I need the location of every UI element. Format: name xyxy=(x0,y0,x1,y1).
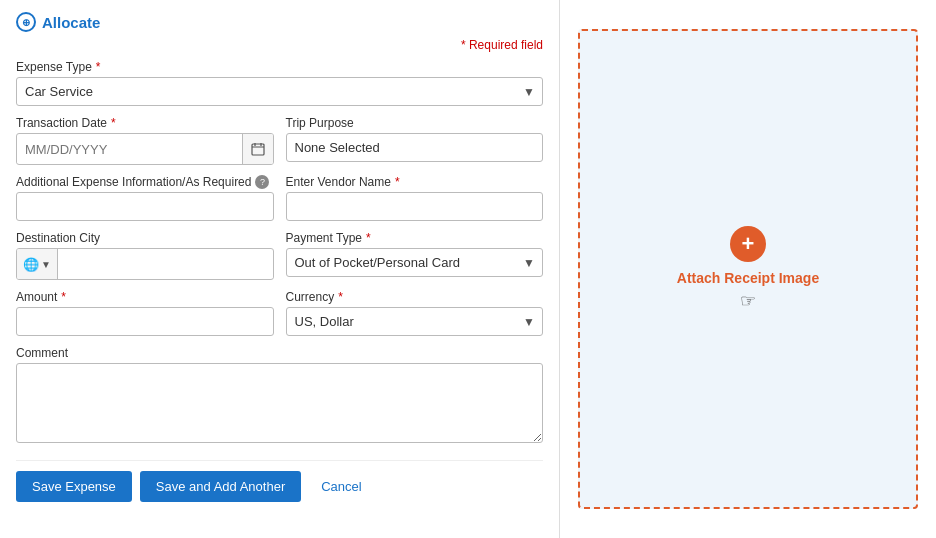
vendor-name-required: * xyxy=(395,175,400,189)
payment-type-group: Payment Type * Out of Pocket/Personal Ca… xyxy=(286,231,544,280)
footer-buttons: Save Expense Save and Add Another Cancel xyxy=(16,460,543,502)
amount-input[interactable] xyxy=(16,307,274,336)
expense-type-select-wrapper: Car Service Airfare Hotel Meal Other ▼ xyxy=(16,77,543,106)
additional-expense-help-icon[interactable]: ? xyxy=(255,175,269,189)
expense-type-group: Expense Type * Car Service Airfare Hotel… xyxy=(16,60,543,106)
destination-chevron-icon: ▼ xyxy=(41,259,51,270)
currency-label: Currency * xyxy=(286,290,544,304)
globe-icon: 🌐 xyxy=(23,257,39,272)
amount-currency-row: Amount * Currency * US, Dollar Euro GBP … xyxy=(16,290,543,346)
save-add-another-button[interactable]: Save and Add Another xyxy=(140,471,301,502)
destination-city-group: Destination City 🌐 ▼ xyxy=(16,231,274,280)
additional-expense-input[interactable] xyxy=(16,192,274,221)
additional-vendor-row: Additional Expense Information/As Requir… xyxy=(16,175,543,231)
transaction-date-input[interactable] xyxy=(17,136,242,163)
additional-expense-label: Additional Expense Information/As Requir… xyxy=(16,175,274,189)
svg-rect-0 xyxy=(252,144,264,155)
expense-type-select[interactable]: Car Service Airfare Hotel Meal Other xyxy=(16,77,543,106)
vendor-name-input[interactable] xyxy=(286,192,544,221)
comment-group: Comment xyxy=(16,346,543,446)
date-purpose-row: Transaction Date * xyxy=(16,116,543,175)
date-input-wrap xyxy=(16,133,274,165)
trip-purpose-label: Trip Purpose xyxy=(286,116,544,130)
destination-globe-btn[interactable]: 🌐 ▼ xyxy=(17,249,58,279)
payment-type-select-wrapper: Out of Pocket/Personal Card Corporate Ca… xyxy=(286,248,544,277)
payment-type-label: Payment Type * xyxy=(286,231,544,245)
destination-city-label: Destination City xyxy=(16,231,274,245)
left-panel: ⊕ Allocate * Required field Expense Type… xyxy=(0,0,560,538)
allocate-title: Allocate xyxy=(42,14,100,31)
comment-label: Comment xyxy=(16,346,543,360)
cancel-button[interactable]: Cancel xyxy=(309,471,373,502)
save-expense-button[interactable]: Save Expense xyxy=(16,471,132,502)
expense-type-required: * xyxy=(96,60,101,74)
attach-receipt-label: Attach Receipt Image xyxy=(677,270,819,286)
comment-textarea[interactable] xyxy=(16,363,543,443)
payment-type-required: * xyxy=(366,231,371,245)
attach-receipt-box[interactable]: + Attach Receipt Image ☞ xyxy=(578,29,918,509)
currency-select-wrapper: US, Dollar Euro GBP CAD ▼ xyxy=(286,307,544,336)
transaction-date-group: Transaction Date * xyxy=(16,116,274,165)
required-note-text: * Required field xyxy=(461,38,543,52)
expense-type-label: Expense Type * xyxy=(16,60,543,74)
right-panel: + Attach Receipt Image ☞ xyxy=(560,0,936,538)
transaction-date-label: Transaction Date * xyxy=(16,116,274,130)
cursor-icon: ☞ xyxy=(740,290,756,312)
payment-type-select[interactable]: Out of Pocket/Personal Card Corporate Ca… xyxy=(286,248,544,277)
attach-receipt-plus-icon: + xyxy=(730,226,766,262)
currency-select[interactable]: US, Dollar Euro GBP CAD xyxy=(286,307,544,336)
main-container: ⊕ Allocate * Required field Expense Type… xyxy=(0,0,936,538)
allocate-header: ⊕ Allocate xyxy=(16,12,543,32)
additional-expense-group: Additional Expense Information/As Requir… xyxy=(16,175,274,221)
trip-purpose-input[interactable] xyxy=(286,133,544,162)
required-note: * Required field xyxy=(16,38,543,52)
vendor-name-label: Enter Vendor Name * xyxy=(286,175,544,189)
vendor-name-group: Enter Vendor Name * xyxy=(286,175,544,221)
calendar-icon[interactable] xyxy=(242,134,273,164)
destination-city-input[interactable] xyxy=(58,251,273,278)
trip-purpose-group: Trip Purpose xyxy=(286,116,544,165)
destination-city-wrap: 🌐 ▼ xyxy=(16,248,274,280)
currency-group: Currency * US, Dollar Euro GBP CAD ▼ xyxy=(286,290,544,336)
amount-label: Amount * xyxy=(16,290,274,304)
destination-payment-row: Destination City 🌐 ▼ Payment Type * xyxy=(16,231,543,290)
currency-required: * xyxy=(338,290,343,304)
amount-group: Amount * xyxy=(16,290,274,336)
transaction-date-required: * xyxy=(111,116,116,130)
amount-required: * xyxy=(61,290,66,304)
allocate-icon: ⊕ xyxy=(16,12,36,32)
